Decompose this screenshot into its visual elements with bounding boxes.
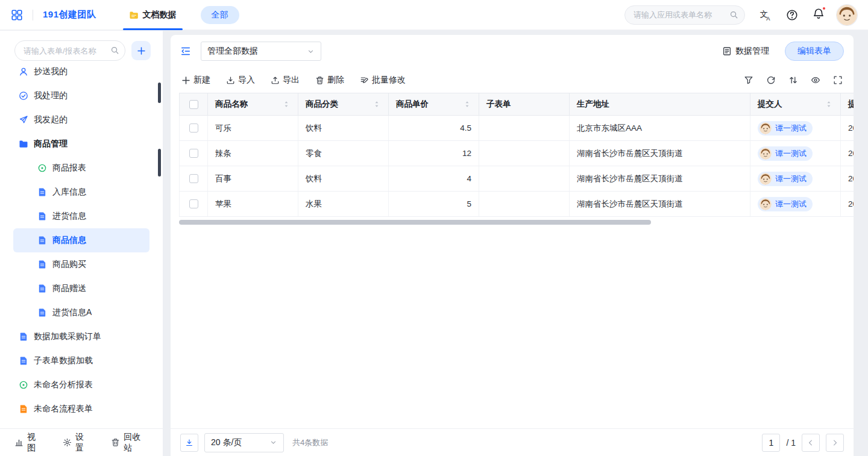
cell: 4 [389, 166, 479, 191]
row-checkbox[interactable] [189, 174, 198, 183]
table-row[interactable]: 苹果水果5湖南省长沙市岳麓区天顶街道谭一测试20 [179, 192, 854, 217]
notification-dot [822, 6, 826, 11]
column-label: 商品分类 [306, 99, 338, 110]
notifications-button[interactable] [813, 8, 825, 22]
trash-icon [111, 438, 120, 447]
row-checkbox[interactable] [189, 199, 198, 208]
sidebar-item[interactable]: 进货信息A [13, 301, 149, 325]
sidebar-item[interactable]: 商品信息 [13, 228, 149, 252]
sidebar-item[interactable]: 商品赠送 [13, 276, 149, 301]
column-header[interactable]: 商品单价 [389, 93, 479, 115]
chevron-right-icon [831, 439, 839, 447]
sidebar-item[interactable]: 商品报表 [13, 156, 149, 180]
action-batch-edit[interactable]: 批量修改 [360, 75, 406, 86]
column-header[interactable]: 商品分类 [298, 93, 389, 115]
data-manage-button[interactable]: 数据管理 [722, 46, 769, 57]
sidebar-item[interactable]: 未命名流程表单 [13, 397, 149, 421]
team-name[interactable]: 191创建团队 [43, 9, 96, 20]
delete-icon [315, 76, 324, 85]
folder-yellow-icon [129, 10, 139, 20]
sort-icon[interactable] [373, 100, 381, 108]
eye-icon[interactable] [811, 75, 820, 85]
form-icon [37, 308, 47, 317]
action-new[interactable]: 新建 [181, 75, 210, 86]
sidebar-footer-settings[interactable]: 设置 [63, 432, 92, 454]
add-form-button[interactable] [131, 41, 151, 60]
column-label: 商品单价 [396, 99, 429, 110]
chevron-left-icon [807, 439, 815, 447]
column-header[interactable]: 子表单 [479, 93, 570, 115]
submitter-tag[interactable]: 谭一测试 [758, 146, 813, 161]
column-header[interactable]: 商品名称 [208, 93, 298, 115]
send-icon [19, 115, 28, 125]
sort-icon[interactable] [788, 75, 798, 85]
column-header[interactable]: 提 [841, 93, 854, 115]
page-size-select[interactable]: 20 条/页 [204, 433, 284, 452]
edit-form-button[interactable]: 编辑表单 [785, 42, 844, 61]
cell: 5 [389, 192, 479, 216]
scope-pill-all[interactable]: 全部 [201, 6, 239, 24]
to-bottom-icon [185, 439, 193, 447]
sidebar-item[interactable]: 抄送我的 [13, 67, 149, 84]
refresh-icon[interactable] [766, 75, 776, 85]
sidebar-item[interactable]: 数据加载采购订单 [13, 325, 149, 349]
row-checkbox[interactable] [189, 123, 198, 133]
view-select[interactable]: 管理全部数据 [201, 42, 321, 61]
column-header[interactable]: 提交人 [750, 93, 841, 115]
footer-label: 回收站 [124, 432, 148, 454]
sidebar-item[interactable]: 进货信息 [13, 204, 149, 228]
table-row[interactable]: 辣条零食12湖南省长沙市岳麓区天顶街道谭一测试20 [179, 141, 854, 166]
next-page-button[interactable] [826, 434, 844, 452]
sidebar-footer-views[interactable]: 视图 [14, 432, 43, 454]
search-icon[interactable] [110, 46, 119, 55]
user-avatar[interactable] [837, 5, 857, 25]
expand-icon[interactable] [833, 75, 843, 85]
chevron-down-icon [307, 48, 315, 55]
prev-page-button[interactable] [802, 434, 820, 452]
tab-doc-data[interactable]: 文档数据 [122, 0, 184, 30]
sidebar-item[interactable]: 我发起的 [13, 108, 149, 132]
sidebar-item[interactable]: 未命名分析报表 [13, 373, 149, 397]
sidebar-scrollbar[interactable] [158, 83, 161, 103]
sidebar-footer-recycle-bin[interactable]: 回收站 [111, 432, 148, 454]
sidebar-item[interactable]: 商品管理 [13, 132, 149, 156]
cell: 谭一测试 [750, 166, 841, 191]
column-label: 商品名称 [215, 99, 248, 110]
scroll-to-bottom-button[interactable] [180, 434, 198, 452]
submitter-tag[interactable]: 谭一测试 [758, 121, 813, 136]
sort-icon[interactable] [282, 100, 291, 108]
submitter-tag[interactable]: 谭一测试 [758, 197, 813, 211]
row-select-cell [179, 141, 208, 166]
action-delete[interactable]: 删除 [315, 75, 344, 86]
form-search-input[interactable] [14, 40, 125, 61]
sidebar-item[interactable]: 子表单数据加载 [13, 349, 149, 373]
app-grid-icon[interactable] [11, 9, 23, 21]
horizontal-scrollbar[interactable] [179, 220, 651, 225]
filter-icon[interactable] [744, 75, 753, 85]
batch-edit-icon [360, 76, 369, 85]
collapse-sidebar-icon[interactable] [180, 46, 191, 57]
sidebar-scrollbar[interactable] [158, 149, 161, 176]
table-actions: 新建导入导出删除批量修改 [181, 75, 406, 86]
form-search [14, 40, 125, 61]
sort-icon[interactable] [825, 100, 833, 108]
page-input[interactable]: 1 [762, 434, 780, 452]
submitter-tag[interactable]: 谭一测试 [758, 172, 813, 186]
app-search-input[interactable] [624, 5, 745, 25]
search-icon[interactable] [729, 10, 738, 19]
cell: 辣条 [208, 141, 298, 166]
action-export[interactable]: 导出 [271, 75, 300, 86]
sidebar-item[interactable]: 我处理的 [13, 84, 149, 108]
row-checkbox[interactable] [189, 149, 198, 158]
sidebar-item[interactable]: 入库信息 [13, 180, 149, 204]
sort-icon[interactable] [463, 100, 471, 108]
translate-icon[interactable]: 文A [760, 9, 772, 21]
help-icon[interactable] [786, 9, 798, 21]
svg-text:A: A [766, 15, 770, 20]
select-all-checkbox[interactable] [189, 100, 198, 109]
column-header[interactable]: 生产地址 [570, 93, 750, 115]
table-row[interactable]: 可乐饮料4.5北京市东城区AAA谭一测试20 [179, 116, 854, 141]
sidebar-item[interactable]: 商品购买 [13, 252, 149, 276]
action-import[interactable]: 导入 [226, 75, 255, 86]
table-row[interactable]: 百事饮料4湖南省长沙市岳麓区天顶街道谭一测试20 [179, 166, 854, 192]
